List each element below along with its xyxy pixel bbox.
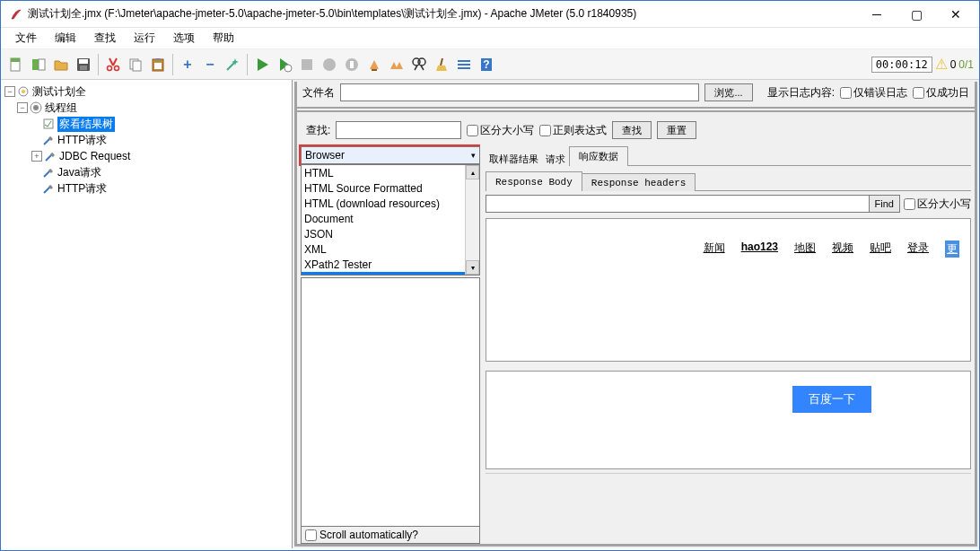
nav-link[interactable]: hao123 [741,241,778,258]
clear-icon[interactable] [364,55,384,74]
new-icon[interactable] [6,55,26,74]
stop2-icon[interactable] [342,55,362,74]
baidu-search-button[interactable]: 百度一下 [792,386,871,413]
only-success-checkbox[interactable]: 仅成功日 [913,85,969,101]
find-input[interactable] [486,195,870,213]
nav-link[interactable]: 新闻 [704,241,725,258]
svg-rect-12 [155,58,161,61]
close-button[interactable]: ✕ [936,2,976,27]
warning-icon[interactable]: ⚠ [935,56,948,73]
only-errors-checkbox[interactable]: 仅错误日志 [840,85,907,101]
tree-item-label: JDBC Request [59,150,130,162]
tree-item-java[interactable]: Java请求 [3,164,290,180]
menu-find[interactable]: 查找 [87,29,123,48]
results-list[interactable] [301,277,480,527]
svg-point-28 [22,90,25,93]
remove-icon[interactable]: − [200,55,220,74]
list-item[interactable]: Document [302,211,479,226]
list-item[interactable]: XML [302,241,479,257]
find-btn[interactable]: Find [870,195,900,213]
list-item[interactable]: HTML [302,165,479,180]
copy-icon[interactable] [126,55,145,74]
tree-item-label: HTTP请求 [57,133,107,148]
tab-sampler[interactable]: 取样器结果 [486,153,542,166]
svg-point-8 [115,66,119,70]
list-item[interactable]: XPath2 Tester [302,257,479,272]
start-icon[interactable] [252,55,272,74]
scroll-up-icon[interactable]: ▴ [466,165,479,179]
tree-item-jdbc[interactable]: + JDBC Request [3,148,290,164]
h-scrollbar[interactable] [486,473,971,487]
tree-root-label: 测试计划全 [32,84,86,100]
search-input[interactable] [336,121,461,139]
expand-icon[interactable]: − [17,102,28,113]
tab-request[interactable]: 请求 [542,153,569,166]
threadgroup-icon [30,101,42,114]
save-icon[interactable] [74,55,93,74]
list-item-selected[interactable]: Browser [302,272,479,276]
scrollbar[interactable]: ▴ ▾ [465,165,479,275]
tree-item-results[interactable]: 察看结果树 [3,116,290,132]
renderer-listbox[interactable]: HTML HTML Source Formatted HTML (downloa… [301,164,480,276]
menu-options[interactable]: 选项 [166,29,202,48]
tree-panel: − 测试计划全 − 线程组 察看结果树 HTTP请求 + JDBC Reques… [1,80,293,548]
paste-icon[interactable] [148,55,168,74]
expand-icon[interactable]: − [4,86,15,97]
cut-icon[interactable] [103,55,123,74]
sampler-icon [42,134,55,146]
divider [297,107,975,112]
tree-item-label: 察看结果树 [57,117,115,132]
case-checkbox[interactable]: 区分大小写 [467,123,534,138]
menu-file[interactable]: 文件 [8,29,44,48]
menu-run[interactable]: 运行 [127,29,162,48]
start-notimers-icon[interactable] [275,55,294,74]
tree-item-label: HTTP请求 [57,181,107,197]
search-form-box: 百度一下 [486,371,971,469]
regex-checkbox[interactable]: 正则表达式 [539,123,607,138]
nav-more[interactable]: 更 [945,241,959,258]
maximize-button[interactable]: ▢ [897,2,936,27]
stop-icon[interactable] [297,55,317,74]
add-icon[interactable]: + [178,55,197,74]
wand-icon[interactable] [223,55,242,74]
clearall-icon[interactable] [387,55,407,74]
tree-root[interactable]: − 测试计划全 [3,83,290,100]
scroll-auto-checkbox[interactable]: Scroll automatically? [301,527,480,544]
function-icon[interactable] [454,55,474,74]
list-item[interactable]: JSON [302,226,479,241]
minimize-button[interactable]: ─ [857,2,897,27]
file-input[interactable] [340,83,699,101]
list-item[interactable]: HTML (download resources) [302,196,479,211]
template-icon[interactable] [29,55,48,74]
find-case-checkbox[interactable]: 区分大小写 [904,195,971,213]
primary-tabs: 取样器结果 请求 响应数据 [486,144,971,166]
renderer-dropdown[interactable]: Browser ▾ [301,146,480,164]
svg-point-14 [284,65,292,72]
tab-response[interactable]: 响应数据 [569,146,628,166]
tab-headers[interactable]: Response headers [582,173,696,191]
search-icon[interactable] [409,55,429,74]
menu-help[interactable]: 帮助 [206,29,241,48]
list-item[interactable]: HTML Source Formatted [302,180,479,196]
browse-button[interactable]: 浏览... [704,83,752,101]
help-icon[interactable]: ? [477,55,496,74]
nav-link[interactable]: 登录 [907,241,929,258]
expand-icon[interactable]: + [31,151,42,162]
svg-rect-18 [350,61,354,68]
tree-group[interactable]: − 线程组 [3,100,290,116]
open-icon[interactable] [51,55,71,74]
tree-item-http[interactable]: HTTP请求 [3,132,290,148]
sampler-icon [44,150,57,162]
nav-link[interactable]: 视频 [832,241,853,258]
nav-link[interactable]: 地图 [794,241,816,258]
shutdown-icon[interactable] [319,55,339,74]
tree-item-http2[interactable]: HTTP请求 [3,180,290,197]
tab-body[interactable]: Response Body [486,171,582,191]
scroll-down-icon[interactable]: ▾ [466,260,479,275]
menu-edit[interactable]: 编辑 [48,29,83,48]
find-button[interactable]: 查找 [612,121,652,139]
broom-icon[interactable] [432,55,451,74]
chevron-down-icon: ▾ [471,151,476,160]
nav-link[interactable]: 贴吧 [870,241,891,258]
reset-button[interactable]: 重置 [657,121,696,139]
